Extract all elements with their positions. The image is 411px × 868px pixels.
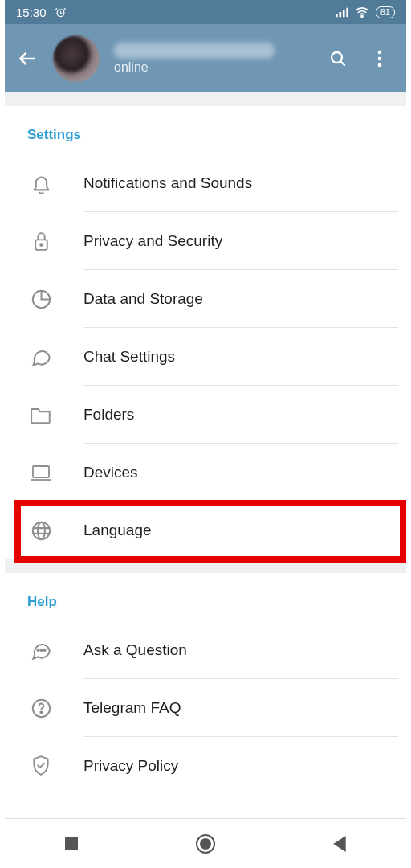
svg-point-17 — [40, 649, 42, 650]
chat-bubble-icon — [27, 343, 55, 371]
alarm-icon — [55, 6, 67, 18]
svg-point-11 — [40, 244, 43, 246]
settings-row-language[interactable]: Language — [5, 502, 406, 559]
avatar[interactable] — [53, 35, 100, 82]
svg-rect-2 — [339, 12, 341, 17]
svg-rect-1 — [336, 14, 338, 18]
section-gap — [5, 92, 406, 106]
svg-point-16 — [37, 649, 39, 650]
svg-point-15 — [38, 522, 45, 538]
help-row-privacy-policy[interactable]: Privacy Policy — [5, 737, 406, 795]
chat-dots-icon — [27, 637, 55, 664]
svg-point-7 — [378, 50, 382, 54]
nav-recents-button[interactable] — [55, 828, 87, 860]
svg-point-8 — [378, 56, 382, 60]
nav-back-button[interactable] — [324, 828, 356, 860]
battery-indicator: 81 — [376, 6, 395, 18]
row-label: Data and Storage — [83, 290, 203, 308]
help-row-faq[interactable]: Telegram FAQ — [5, 679, 406, 737]
laptop-icon — [27, 459, 55, 486]
settings-section-title: Settings — [5, 106, 406, 154]
back-button[interactable] — [16, 47, 39, 70]
section-gap — [5, 559, 406, 573]
svg-rect-21 — [65, 837, 78, 850]
android-nav-bar — [5, 818, 406, 868]
row-label: Ask a Question — [83, 641, 187, 659]
svg-point-5 — [361, 15, 363, 17]
svg-point-18 — [43, 649, 45, 650]
profile-name-blurred — [114, 43, 275, 59]
svg-rect-4 — [346, 8, 348, 18]
row-label: Language — [83, 522, 152, 539]
folder-icon — [27, 401, 55, 428]
question-circle-icon — [27, 694, 55, 722]
row-label: Notifications and Sounds — [83, 174, 252, 192]
lock-icon — [27, 227, 55, 255]
help-section-title: Help — [5, 573, 406, 621]
svg-point-23 — [201, 839, 210, 849]
bell-icon — [27, 170, 55, 197]
row-label: Folders — [83, 406, 134, 424]
nav-home-button[interactable] — [189, 828, 222, 860]
status-bar: 15:30 81 — [5, 0, 406, 24]
svg-point-14 — [32, 522, 49, 538]
profile-status: online — [114, 60, 313, 75]
settings-row-chat[interactable]: Chat Settings — [5, 328, 406, 386]
row-label: Privacy Policy — [83, 757, 178, 775]
svg-point-9 — [378, 63, 382, 67]
svg-rect-3 — [343, 10, 345, 17]
globe-icon — [27, 517, 55, 544]
row-label: Devices — [83, 464, 138, 481]
shield-check-icon — [27, 752, 55, 780]
settings-row-privacy[interactable]: Privacy and Security — [5, 212, 406, 270]
row-label: Telegram FAQ — [83, 699, 181, 717]
settings-row-folders[interactable]: Folders — [5, 386, 406, 444]
signal-icon — [336, 6, 348, 18]
profile-header: online — [5, 24, 406, 92]
settings-row-devices[interactable]: Devices — [5, 444, 406, 502]
row-label: Chat Settings — [83, 348, 175, 366]
svg-rect-13 — [33, 466, 49, 477]
svg-point-20 — [40, 711, 42, 713]
wifi-icon — [355, 6, 369, 18]
more-menu-button[interactable] — [369, 48, 390, 69]
settings-row-notifications[interactable]: Notifications and Sounds — [5, 154, 406, 212]
status-time: 15:30 — [16, 6, 47, 19]
settings-row-data[interactable]: Data and Storage — [5, 270, 406, 328]
search-button[interactable] — [328, 48, 348, 69]
help-row-ask[interactable]: Ask a Question — [5, 621, 406, 679]
row-label: Privacy and Security — [83, 232, 222, 250]
pie-chart-icon — [27, 285, 55, 313]
